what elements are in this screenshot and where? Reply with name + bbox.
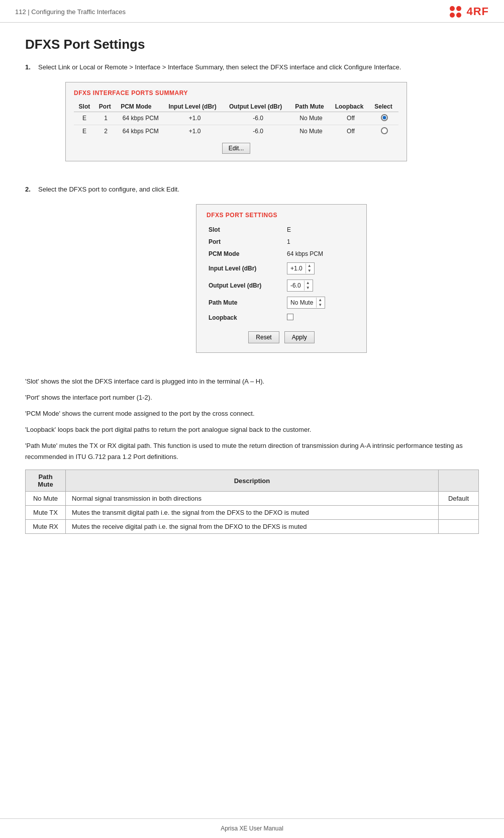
logo-dots [450,6,461,18]
mute-type: Mute RX [26,520,66,534]
path-mute-down-arrow[interactable]: ▼ [317,303,324,308]
input-level-down-arrow[interactable]: ▼ [306,268,313,273]
row-port: 1 [95,112,117,125]
logo-dot-1 [450,6,455,11]
row-loopback: Off [331,125,371,138]
row-input-level: +1.0 [164,112,225,125]
output-level-row: Output Level (dBr) -6.0 ▲ ▼ [207,277,356,294]
col-select: Select [370,102,398,112]
row-select[interactable] [370,125,398,138]
input-level-up-arrow[interactable]: ▲ [306,263,313,268]
slot-label: Slot [207,224,282,236]
step-1-text: 1. Select Link or Local or Remote > Inte… [25,62,479,73]
path-mute-value: No Mute [288,299,315,307]
col-path-mute: Path Mute [291,102,331,112]
row-pcm-mode: 64 kbps PCM [117,112,164,125]
port-value: 1 [282,236,356,248]
apply-button[interactable]: Apply [284,331,315,343]
mute-note [439,520,479,534]
slot-value: E [282,224,356,236]
col-output-level: Output Level (dBr) [225,102,291,112]
output-level-select[interactable]: -6.0 ▲ ▼ [287,280,313,292]
output-level-up-arrow[interactable]: ▲ [305,281,312,286]
mute-description: Normal signal transmission in both direc… [66,492,439,506]
summary-panel: DFXS INTERFACE PORTS SUMMARY Slot Port P… [65,82,407,161]
path-mute-row: Path Mute No Mute ▲ ▼ [207,294,356,311]
step-1-content: Select Link or Local or Remote > Interfa… [38,62,401,73]
col-input-level: Input Level (dBr) [164,102,225,112]
mute-type: No Mute [26,492,66,506]
page-header: 112 | Configuring the Traffic Interfaces… [0,0,504,23]
output-level-arrows[interactable]: ▲ ▼ [304,281,312,291]
step-2-number: 2. [25,184,34,195]
row-loopback: Off [331,112,371,125]
step-1-number: 1. [25,62,34,73]
loopback-label: Loopback [207,311,282,324]
mute-note: Default [439,492,479,506]
settings-table: Slot E Port 1 PCM Mode 64 kbps PCM Inp [207,224,356,324]
row-slot: E [74,112,95,125]
select-radio-2[interactable] [381,127,388,134]
col-pcm-mode: PCM Mode [117,102,164,112]
step-2-text: 2. Select the DFXS port to configure, an… [25,184,479,195]
summary-panel-title: DFXS INTERFACE PORTS SUMMARY [74,89,398,97]
step-2-content: Select the DFXS port to configure, and c… [38,184,179,195]
row-select[interactable] [370,112,398,125]
loopback-checkbox[interactable] [287,314,293,320]
port-settings-panel-wrapper: DFXS PORT SETTINGS Slot E Port 1 PCM Mod… [25,204,479,362]
page-title: DFXS Port Settings [25,37,479,52]
input-level-select[interactable]: +1.0 ▲ ▼ [287,262,315,274]
note-col-header [439,470,479,492]
mute-note [439,506,479,520]
summary-row-2: E 2 64 kbps PCM +1.0 -6.0 No Mute Off [74,125,398,138]
path-mute-select[interactable]: No Mute ▲ ▼ [287,297,325,309]
row-input-level: +1.0 [164,125,225,138]
col-slot: Slot [74,102,95,112]
desc-2: 'Port' shows the interface port number (… [25,392,479,403]
select-radio-1[interactable] [381,114,388,121]
mute-type: Mute TX [26,506,66,520]
mute-row-2: Mute TX Mutes the transmit digital path … [26,506,479,520]
logo-dot-4 [456,13,461,18]
slot-row: Slot E [207,224,356,236]
logo: 4RF [450,5,489,18]
desc-1: 'Slot' shows the slot the DFXS interface… [25,376,479,387]
output-level-value: -6.0 [288,282,303,290]
output-level-down-arrow[interactable]: ▼ [305,286,312,291]
row-output-level: -6.0 [225,125,291,138]
path-mute-arrows[interactable]: ▲ ▼ [316,298,324,308]
logo-text: 4RF [466,5,489,18]
reset-button[interactable]: Reset [248,331,279,343]
page-header-title: 112 | Configuring the Traffic Interfaces [15,8,126,16]
descriptions: 'Slot' shows the slot the DFXS interface… [25,376,479,463]
summary-row-1: E 1 64 kbps PCM +1.0 -6.0 No Mute Off [74,112,398,125]
col-port: Port [95,102,117,112]
path-mute-up-arrow[interactable]: ▲ [317,298,324,303]
desc-col-header: Description [66,470,439,492]
mute-description: Mutes the receive digital path i.e. the … [66,520,439,534]
mute-col-header: Path Mute [26,470,66,492]
port-settings-panel: DFXS PORT SETTINGS Slot E Port 1 PCM Mod… [196,204,367,353]
edit-button[interactable]: Edit... [222,143,251,154]
input-level-label: Input Level (dBr) [207,260,282,277]
port-row: Port 1 [207,236,356,248]
port-label: Port [207,236,282,248]
path-mute-label: Path Mute [207,294,282,311]
footer-text: Aprisa XE User Manual [221,825,283,832]
page-footer: Aprisa XE User Manual [0,818,504,838]
mute-table-header: Path Mute Description [26,470,479,492]
pcm-mode-value: 64 kbps PCM [282,248,356,260]
action-buttons: Reset Apply [207,331,356,343]
mute-row-1: No Mute Normal signal transmission in bo… [26,492,479,506]
pcm-mode-label: PCM Mode [207,248,282,260]
main-content: DFXS Port Settings 1. Select Link or Loc… [0,23,504,554]
logo-dot-3 [450,13,455,18]
logo-dot-2 [456,6,461,11]
summary-panel-wrapper: DFXS INTERFACE PORTS SUMMARY Slot Port P… [45,82,479,170]
step-2: 2. Select the DFXS port to configure, an… [25,184,479,362]
desc-3: 'PCM Mode' shows the current mode assign… [25,408,479,419]
summary-table: Slot Port PCM Mode Input Level (dBr) Out… [74,102,398,138]
row-pcm-mode: 64 kbps PCM [117,125,164,138]
row-port: 2 [95,125,117,138]
input-level-arrows[interactable]: ▲ ▼ [306,263,313,273]
